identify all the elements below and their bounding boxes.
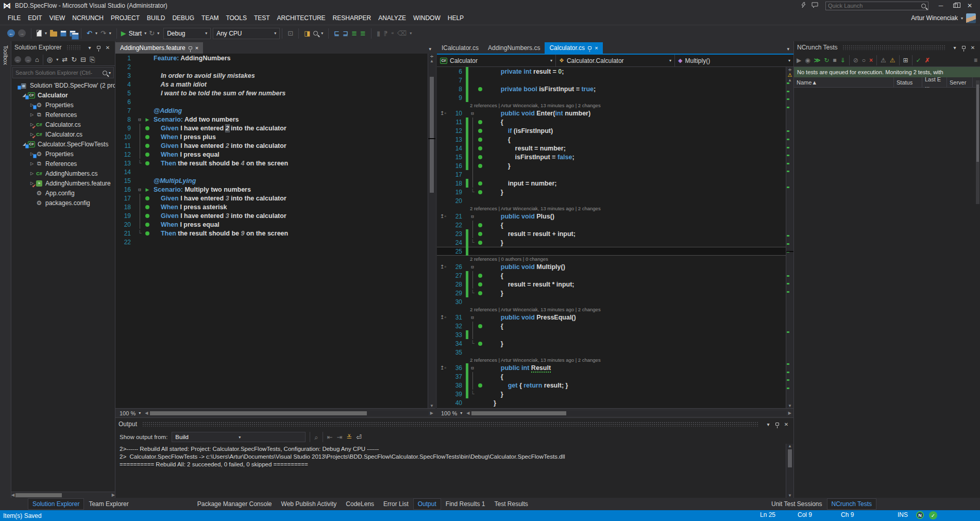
- refresh-dropdown[interactable]: ▾: [157, 31, 159, 36]
- sync-with-active-document-icon[interactable]: ⇄: [62, 56, 67, 63]
- code-line-16[interactable]: 16 }: [437, 161, 786, 170]
- fold-collapse-icon[interactable]: ⊟: [469, 109, 476, 117]
- line-number[interactable]: 16: [449, 162, 465, 170]
- member-gutter-icon[interactable]: ↥▫: [437, 264, 449, 270]
- feature-line-3[interactable]: 3 In order to avoid silly mistakes: [115, 71, 428, 80]
- chevron-down-icon[interactable]: ▾: [961, 16, 963, 21]
- step-coverage-dot-icon[interactable]: [143, 214, 151, 218]
- close-icon[interactable]: ×: [195, 45, 198, 51]
- scenario-run-icon[interactable]: ▶: [143, 187, 151, 192]
- line-number[interactable]: 28: [449, 281, 465, 288]
- feedback-chat-icon[interactable]: [809, 2, 820, 9]
- bookmark-clear-icon[interactable]: ⌫: [397, 30, 407, 37]
- step-coverage-dot-icon[interactable]: [143, 144, 151, 148]
- scrollbar-thumb[interactable]: [788, 449, 792, 467]
- code-line-9[interactable]: 9: [437, 93, 786, 102]
- member-gutter-icon[interactable]: ↥▫: [437, 365, 449, 371]
- code-line-21[interactable]: ↥▫21⊟ public void Plus(): [437, 212, 786, 221]
- bottom-tab-solution-explorer[interactable]: Solution Explorer: [28, 499, 83, 509]
- feature-line-5[interactable]: 5 I want to be told the sum of few numbe…: [115, 89, 428, 97]
- save-all-icon[interactable]: [70, 30, 76, 37]
- codelens-row[interactable]: 2 references | Artur Wincenciak, 13 minu…: [437, 357, 786, 363]
- ignore-test-icon[interactable]: ⊘: [853, 57, 858, 63]
- stop-icon[interactable]: ■: [833, 57, 836, 63]
- step-coverage-dot-icon[interactable]: [143, 161, 151, 165]
- feature-line-6[interactable]: 6: [115, 97, 428, 106]
- codelens-row[interactable]: 2 references | Artur Wincenciak, 13 minu…: [437, 205, 786, 212]
- open-file-icon[interactable]: [50, 31, 57, 37]
- code-line-22[interactable]: 22 {: [437, 221, 786, 229]
- line-number[interactable]: 26: [449, 263, 465, 271]
- step-coverage-dot-icon[interactable]: [143, 126, 151, 130]
- pin-icon[interactable]: [588, 46, 592, 49]
- step-coverage-dot-icon[interactable]: [143, 231, 151, 236]
- risk-yellow-icon[interactable]: ⚠: [890, 57, 895, 63]
- line-number[interactable]: 40: [449, 399, 465, 407]
- line-number[interactable]: 11: [449, 119, 465, 126]
- line-number[interactable]: 32: [449, 323, 465, 330]
- bottom-tab-output[interactable]: Output: [414, 499, 441, 509]
- line-number[interactable]: 31: [449, 314, 465, 321]
- tree-item-packages-config[interactable]: ⚙packages.config: [11, 198, 115, 208]
- search-options-dropdown[interactable]: ▾: [109, 71, 111, 75]
- feature-line-17[interactable]: 17 Given I have entered 3 into the calcu…: [115, 194, 428, 203]
- feature-line-7[interactable]: 7@Adding: [115, 106, 428, 115]
- ncrunch-status-badge[interactable]: N: [916, 511, 924, 519]
- line-number[interactable]: 39: [449, 391, 465, 398]
- solution-platform-dropdown[interactable]: Any CPU ▾: [213, 28, 280, 39]
- feature-line-18[interactable]: 18 When I press asterisk: [115, 203, 428, 211]
- fold-collapse-icon[interactable]: ⊟: [469, 313, 476, 322]
- line-number[interactable]: 15: [115, 177, 136, 184]
- codelens-indicator[interactable]: 2 references | Artur Wincenciak, 13 minu…: [437, 206, 601, 211]
- bottom-tab-test-results[interactable]: Test Results: [491, 499, 532, 509]
- find-icon[interactable]: [313, 31, 318, 36]
- refresh-icon[interactable]: ↻: [71, 56, 77, 63]
- line-number[interactable]: 12: [449, 127, 465, 135]
- feature-line-21[interactable]: 21└ Then the result should be 9 on the s…: [115, 229, 428, 238]
- column-header-last-e-[interactable]: Last E ...: [922, 77, 947, 87]
- code-line-12[interactable]: 12 if (isFirstInput): [437, 126, 786, 135]
- step-coverage-dot-icon[interactable]: [143, 223, 151, 227]
- find-message-icon[interactable]: ⌕: [314, 434, 318, 441]
- menu-file[interactable]: FILE: [4, 12, 24, 24]
- failed-filter-icon[interactable]: ✗: [925, 57, 930, 63]
- scrollbar-thumb[interactable]: [976, 85, 979, 162]
- bookmark-prev-icon[interactable]: ⁋: [383, 30, 387, 37]
- output-line-1[interactable]: 2>------ Rebuild All started: Project: C…: [120, 445, 782, 453]
- run-selected-icon[interactable]: ⇓: [840, 57, 846, 63]
- feature-line-16[interactable]: 16⊟▶Scenario: Multiply two numbers: [115, 185, 428, 194]
- forward-icon[interactable]: →: [25, 56, 31, 63]
- feature-line-11[interactable]: 11 Given I have entered 2 into the calcu…: [115, 141, 428, 150]
- line-number[interactable]: 2: [115, 63, 136, 71]
- uncomment-icon[interactable]: ≣: [360, 30, 366, 37]
- bottom-tab-find-results-1[interactable]: Find Results 1: [442, 499, 489, 509]
- tree-item-calculator[interactable]: ◢C#Calculator: [11, 90, 115, 100]
- member-gutter-icon[interactable]: ↥▫: [437, 213, 449, 219]
- build-ok-badge[interactable]: ✓: [929, 511, 937, 519]
- scrollbar-thumb[interactable]: [150, 411, 367, 415]
- code-line-35[interactable]: 35: [437, 348, 786, 357]
- line-number[interactable]: 20: [449, 197, 465, 205]
- bottom-tab-ncrunch-tests[interactable]: NCrunch Tests: [827, 499, 876, 509]
- toolbar-overflow-icon[interactable]: ≡: [974, 57, 977, 63]
- filter-dropdown[interactable]: ▾: [56, 57, 58, 62]
- column-header-status[interactable]: Status: [894, 77, 922, 87]
- left-editor-vscrollbar[interactable]: ÷ ▲ ▼: [428, 54, 435, 408]
- feature-line-20[interactable]: 20 When I press equal: [115, 220, 428, 229]
- undo-icon[interactable]: ↶: [87, 30, 92, 37]
- tree-item-app-config[interactable]: ⚙App.config: [11, 188, 115, 198]
- feature-code-area[interactable]: 1Feature: AddingNumbers23 In order to av…: [115, 54, 428, 408]
- tree-item-solution-bdd-specflow-2-pro[interactable]: ▣Solution 'BDD.SpecFlow' (2 pro: [11, 80, 115, 90]
- menu-tools[interactable]: TOOLS: [222, 12, 250, 24]
- scrollbar-thumb[interactable]: [430, 77, 434, 192]
- hint-icon[interactable]: ○: [862, 57, 866, 63]
- account-area[interactable]: Artur Wincenciak ▾: [911, 13, 976, 23]
- menu-resharper[interactable]: RESHARPER: [329, 12, 375, 24]
- resume-engine-icon[interactable]: ↻: [824, 57, 829, 63]
- code-line-29[interactable]: 29└ }: [437, 289, 786, 297]
- home-icon[interactable]: ⌂: [35, 56, 39, 63]
- line-number[interactable]: 1: [115, 55, 136, 62]
- tree-item-properties[interactable]: ▷⚙Properties: [11, 149, 115, 159]
- menu-analyze[interactable]: ANALYZE: [375, 12, 410, 24]
- feature-line-13[interactable]: 13└ Then the result should be 4 on the s…: [115, 159, 428, 167]
